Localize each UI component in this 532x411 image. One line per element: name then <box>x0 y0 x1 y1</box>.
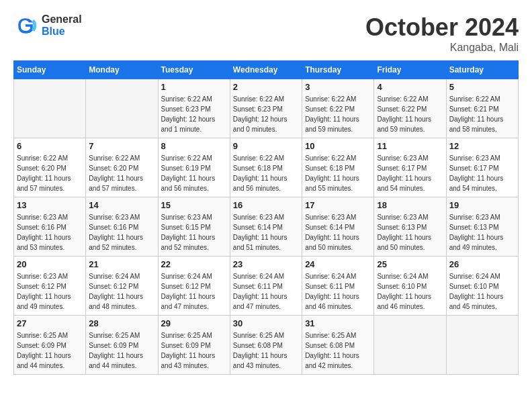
day-number: 21 <box>89 259 154 269</box>
weekday-header: Friday <box>374 61 446 79</box>
calendar-cell: 15Sunrise: 6:23 AM Sunset: 6:15 PM Dayli… <box>158 197 230 257</box>
calendar-cell: 18Sunrise: 6:23 AM Sunset: 6:13 PM Dayli… <box>374 197 446 257</box>
calendar-week-row: 6Sunrise: 6:22 AM Sunset: 6:20 PM Daylig… <box>14 138 519 197</box>
day-info: Sunrise: 6:22 AM Sunset: 6:18 PM Dayligh… <box>305 153 371 193</box>
calendar-cell: 4Sunrise: 6:22 AM Sunset: 6:22 PM Daylig… <box>374 79 446 138</box>
day-info: Sunrise: 6:25 AM Sunset: 6:09 PM Dayligh… <box>17 330 83 371</box>
calendar-cell: 19Sunrise: 6:23 AM Sunset: 6:13 PM Dayli… <box>446 197 518 257</box>
calendar-cell: 22Sunrise: 6:24 AM Sunset: 6:12 PM Dayli… <box>158 257 230 316</box>
calendar-cell: 21Sunrise: 6:24 AM Sunset: 6:12 PM Dayli… <box>86 257 158 316</box>
calendar-cell: 12Sunrise: 6:23 AM Sunset: 6:17 PM Dayli… <box>446 138 518 197</box>
day-number: 27 <box>17 318 83 328</box>
day-number: 29 <box>161 318 227 328</box>
calendar-cell: 26Sunrise: 6:24 AM Sunset: 6:10 PM Dayli… <box>446 257 518 316</box>
day-info: Sunrise: 6:25 AM Sunset: 6:08 PM Dayligh… <box>305 330 371 371</box>
calendar-week-row: 20Sunrise: 6:23 AM Sunset: 6:12 PM Dayli… <box>14 257 519 316</box>
day-info: Sunrise: 6:25 AM Sunset: 6:09 PM Dayligh… <box>89 330 154 371</box>
weekday-header: Wednesday <box>230 61 302 79</box>
day-info: Sunrise: 6:23 AM Sunset: 6:14 PM Dayligh… <box>233 212 299 253</box>
calendar-cell <box>14 79 86 138</box>
calendar-cell: 25Sunrise: 6:24 AM Sunset: 6:10 PM Dayli… <box>374 257 446 316</box>
calendar-cell: 20Sunrise: 6:23 AM Sunset: 6:12 PM Dayli… <box>14 257 86 316</box>
day-number: 14 <box>89 200 154 210</box>
calendar-cell <box>374 316 446 375</box>
day-number: 26 <box>449 259 515 269</box>
calendar-cell: 24Sunrise: 6:24 AM Sunset: 6:11 PM Dayli… <box>302 257 374 316</box>
day-number: 5 <box>449 82 515 92</box>
calendar-cell: 8Sunrise: 6:22 AM Sunset: 6:19 PM Daylig… <box>158 138 230 197</box>
day-info: Sunrise: 6:22 AM Sunset: 6:21 PM Dayligh… <box>449 94 515 134</box>
calendar-cell: 6Sunrise: 6:22 AM Sunset: 6:20 PM Daylig… <box>14 138 86 197</box>
day-number: 15 <box>161 200 227 210</box>
day-number: 12 <box>449 141 515 151</box>
calendar-week-row: 13Sunrise: 6:23 AM Sunset: 6:16 PM Dayli… <box>14 197 519 257</box>
day-number: 8 <box>161 141 227 151</box>
calendar-cell: 1Sunrise: 6:22 AM Sunset: 6:23 PM Daylig… <box>158 79 230 138</box>
day-number: 25 <box>377 259 443 269</box>
day-number: 13 <box>17 200 83 210</box>
weekday-header: Tuesday <box>158 61 230 79</box>
page-header: General Blue October 2024 Kangaba, Mali <box>13 13 519 54</box>
day-number: 4 <box>377 82 443 92</box>
day-info: Sunrise: 6:22 AM Sunset: 6:22 PM Dayligh… <box>377 94 443 134</box>
day-number: 16 <box>233 200 299 210</box>
calendar-week-row: 27Sunrise: 6:25 AM Sunset: 6:09 PM Dayli… <box>14 316 519 375</box>
day-info: Sunrise: 6:22 AM Sunset: 6:23 PM Dayligh… <box>233 94 299 134</box>
day-info: Sunrise: 6:25 AM Sunset: 6:09 PM Dayligh… <box>161 330 227 371</box>
day-number: 31 <box>305 318 371 328</box>
title-block: October 2024 Kangaba, Mali <box>365 13 519 54</box>
day-number: 6 <box>17 141 83 151</box>
weekday-header: Thursday <box>302 61 374 79</box>
month-title: October 2024 <box>365 13 519 42</box>
day-number: 9 <box>233 141 299 151</box>
logo: General Blue <box>13 13 82 38</box>
calendar-cell: 28Sunrise: 6:25 AM Sunset: 6:09 PM Dayli… <box>86 316 158 375</box>
calendar-cell: 9Sunrise: 6:22 AM Sunset: 6:18 PM Daylig… <box>230 138 302 197</box>
calendar-cell: 29Sunrise: 6:25 AM Sunset: 6:09 PM Dayli… <box>158 316 230 375</box>
day-info: Sunrise: 6:23 AM Sunset: 6:12 PM Dayligh… <box>17 271 83 312</box>
calendar-cell: 16Sunrise: 6:23 AM Sunset: 6:14 PM Dayli… <box>230 197 302 257</box>
day-info: Sunrise: 6:24 AM Sunset: 6:10 PM Dayligh… <box>449 271 515 312</box>
day-info: Sunrise: 6:22 AM Sunset: 6:20 PM Dayligh… <box>89 153 154 193</box>
calendar-cell: 30Sunrise: 6:25 AM Sunset: 6:08 PM Dayli… <box>230 316 302 375</box>
day-number: 18 <box>377 200 443 210</box>
day-info: Sunrise: 6:23 AM Sunset: 6:13 PM Dayligh… <box>377 212 443 253</box>
day-info: Sunrise: 6:23 AM Sunset: 6:13 PM Dayligh… <box>449 212 515 253</box>
day-number: 3 <box>305 82 371 92</box>
calendar-cell: 2Sunrise: 6:22 AM Sunset: 6:23 PM Daylig… <box>230 79 302 138</box>
day-info: Sunrise: 6:23 AM Sunset: 6:17 PM Dayligh… <box>449 153 515 193</box>
day-info: Sunrise: 6:22 AM Sunset: 6:23 PM Dayligh… <box>161 94 227 134</box>
day-number: 23 <box>233 259 299 269</box>
calendar-header: SundayMondayTuesdayWednesdayThursdayFrid… <box>14 61 519 79</box>
day-info: Sunrise: 6:22 AM Sunset: 6:22 PM Dayligh… <box>305 94 371 134</box>
weekday-header-row: SundayMondayTuesdayWednesdayThursdayFrid… <box>14 61 519 79</box>
day-info: Sunrise: 6:23 AM Sunset: 6:15 PM Dayligh… <box>161 212 227 253</box>
weekday-header: Saturday <box>446 61 518 79</box>
day-number: 20 <box>17 259 83 269</box>
calendar-cell: 11Sunrise: 6:23 AM Sunset: 6:17 PM Dayli… <box>374 138 446 197</box>
day-info: Sunrise: 6:25 AM Sunset: 6:08 PM Dayligh… <box>233 330 299 371</box>
calendar-week-row: 1Sunrise: 6:22 AM Sunset: 6:23 PM Daylig… <box>14 79 519 138</box>
calendar-cell: 17Sunrise: 6:23 AM Sunset: 6:14 PM Dayli… <box>302 197 374 257</box>
day-info: Sunrise: 6:24 AM Sunset: 6:11 PM Dayligh… <box>233 271 299 312</box>
day-info: Sunrise: 6:24 AM Sunset: 6:10 PM Dayligh… <box>377 271 443 312</box>
day-number: 30 <box>233 318 299 328</box>
day-number: 28 <box>89 318 154 328</box>
day-number: 24 <box>305 259 371 269</box>
location: Kangaba, Mali <box>365 42 519 54</box>
weekday-header: Sunday <box>14 61 86 79</box>
logo-icon <box>13 13 38 38</box>
logo-text: General Blue <box>42 13 82 38</box>
day-number: 11 <box>377 141 443 151</box>
calendar-body: 1Sunrise: 6:22 AM Sunset: 6:23 PM Daylig… <box>14 79 519 375</box>
day-info: Sunrise: 6:24 AM Sunset: 6:12 PM Dayligh… <box>89 271 154 312</box>
day-info: Sunrise: 6:23 AM Sunset: 6:14 PM Dayligh… <box>305 212 371 253</box>
day-info: Sunrise: 6:22 AM Sunset: 6:20 PM Dayligh… <box>17 153 83 193</box>
day-info: Sunrise: 6:23 AM Sunset: 6:16 PM Dayligh… <box>89 212 154 253</box>
weekday-header: Monday <box>86 61 158 79</box>
calendar-table: SundayMondayTuesdayWednesdayThursdayFrid… <box>13 60 519 375</box>
day-info: Sunrise: 6:23 AM Sunset: 6:17 PM Dayligh… <box>377 153 443 193</box>
day-number: 1 <box>161 82 227 92</box>
day-info: Sunrise: 6:24 AM Sunset: 6:12 PM Dayligh… <box>161 271 227 312</box>
calendar-cell: 27Sunrise: 6:25 AM Sunset: 6:09 PM Dayli… <box>14 316 86 375</box>
